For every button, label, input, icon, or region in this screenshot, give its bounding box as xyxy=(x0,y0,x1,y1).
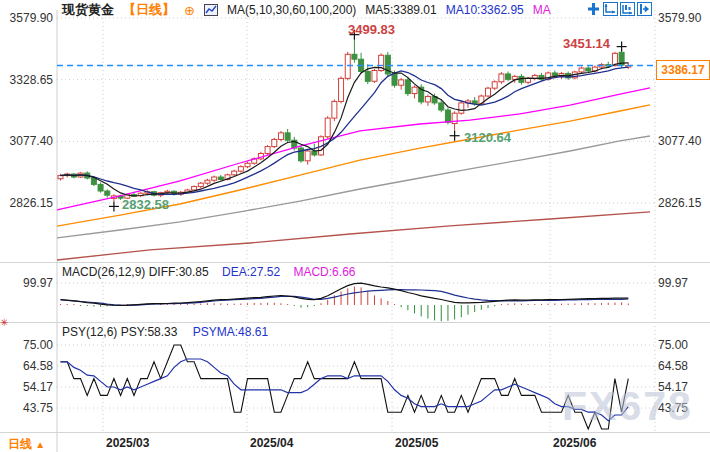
macd-header: MACD(26,12,9) DIFF:30.85 DEA:27.52 MACD:… xyxy=(62,265,355,279)
timeframe-label[interactable]: 日线 xyxy=(8,437,32,451)
date-label: 2025/06 xyxy=(553,436,596,450)
macd-dea-value: DEA:27.52 xyxy=(222,265,280,279)
ma5-line xyxy=(61,63,629,196)
annotation-low-may: 3120.64 xyxy=(464,130,511,145)
expand-icon[interactable]: ⊕ xyxy=(184,4,195,17)
axis-label: 64.58 xyxy=(658,359,688,373)
crosshair-icon[interactable] xyxy=(586,2,601,16)
date-label: 2025/03 xyxy=(106,436,149,450)
ma5-value: MA5:3389.01 xyxy=(365,3,436,17)
chart-canvas[interactable] xyxy=(0,0,710,452)
fit-y-icon[interactable] xyxy=(620,2,635,16)
axis-label: 54.17 xyxy=(0,380,53,394)
axis-label: 2826.15 xyxy=(0,196,53,210)
psy-header: PSY(12,6) PSY:58.33 PSYMA:48.61 xyxy=(62,325,268,339)
axis-label: 64.58 xyxy=(0,359,53,373)
pan-right-icon[interactable] xyxy=(637,2,652,16)
annotation-recent-high: 3451.14 xyxy=(563,36,610,51)
ma10-line xyxy=(61,67,629,194)
ma-settings-label: MA(5,10,30,60,100,200) xyxy=(227,3,356,17)
chart-toolbar xyxy=(586,2,652,16)
date-label: 2025/04 xyxy=(250,436,293,450)
axis-label: 75.00 xyxy=(0,338,53,352)
symbol-name: 现货黄金 xyxy=(62,1,114,19)
macd-title: MACD(26,12,9) DIFF:30.85 xyxy=(62,265,209,279)
axis-label: 3077.40 xyxy=(0,134,53,148)
ma-truncated-value: MA xyxy=(533,3,551,17)
alert-marker-icon: ✳ xyxy=(0,317,8,328)
annotation-peak-high: 3499.83 xyxy=(348,22,395,37)
psy-title: PSY(12,6) PSY:58.33 xyxy=(62,325,177,339)
axis-label: 3579.90 xyxy=(0,11,53,25)
triangle-up-icon: ▲ xyxy=(35,439,45,450)
axis-label: 43.75 xyxy=(0,401,53,415)
axis-label: 99.97 xyxy=(658,276,688,290)
timeframe-selector[interactable]: 日线 ▲ xyxy=(8,436,45,452)
chart-window: 现货黄金 【日线】 ⊕ MA(5,10,30,60,100,200) MA5:3… xyxy=(0,0,710,452)
macd-macd-value: MACD:6.66 xyxy=(293,265,355,279)
axis-label: 3579.90 xyxy=(658,11,701,25)
dea-line xyxy=(61,290,629,306)
axis-label: 99.97 xyxy=(0,276,53,290)
chart-type-icon[interactable] xyxy=(204,4,218,16)
fit-x-icon[interactable] xyxy=(603,2,618,16)
axis-label: 3077.40 xyxy=(658,134,701,148)
psyma-line xyxy=(61,359,629,421)
date-label: 2025/05 xyxy=(395,436,438,450)
ma10-value: MA10:3362.95 xyxy=(446,3,524,17)
annotation-low-feb: 2832.58 xyxy=(122,197,169,212)
axis-label: 43.75 xyxy=(658,401,688,415)
extreme-markers xyxy=(109,30,627,212)
period-tag[interactable]: 【日线】 xyxy=(123,1,175,19)
axis-label: 3328.65 xyxy=(0,73,53,87)
axis-label: 2826.15 xyxy=(658,196,701,210)
axis-label: 75.00 xyxy=(658,338,688,352)
ma200-line xyxy=(57,212,650,260)
axis-label: 54.17 xyxy=(658,380,688,394)
candlesticks xyxy=(58,38,631,202)
chart-header: 现货黄金 【日线】 ⊕ MA(5,10,30,60,100,200) MA5:3… xyxy=(62,3,551,17)
ma100-line xyxy=(57,136,650,238)
psy-psyma-value: PSYMA:48.61 xyxy=(193,325,268,339)
current-price-box[interactable]: 3386.17 xyxy=(656,60,710,80)
